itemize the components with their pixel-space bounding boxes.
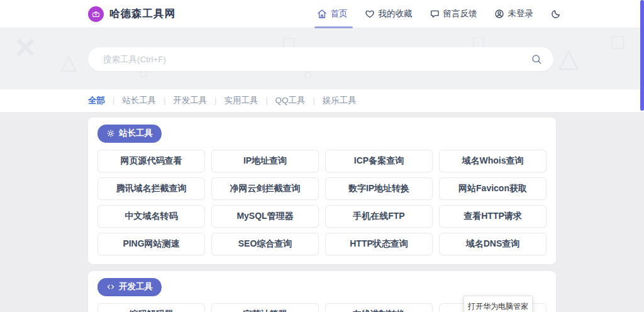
filter-item[interactable]: 娱乐工具 xyxy=(323,95,357,106)
tool-card[interactable]: 域名Whois查询 xyxy=(439,150,547,172)
home-icon xyxy=(317,9,327,19)
main-nav: 首页 我的收藏 留言反馈 未登录 xyxy=(317,0,562,28)
tool-card[interactable]: 查看HTTP请求 xyxy=(439,205,547,228)
logo[interactable]: 哈德森工具网 xyxy=(88,6,175,22)
decor-triangle-icon: △ xyxy=(558,45,579,71)
site-title: 哈德森工具网 xyxy=(109,7,175,21)
tool-card[interactable]: MySQL管理器 xyxy=(211,205,319,228)
tool-grid: 网页源代码查看IP地址查询ICP备案查询域名Whois查询腾讯域名拦截查询净网云… xyxy=(97,150,547,255)
category-filter-bar: 全部|站长工具|开发工具|实用工具|QQ工具|娱乐工具 xyxy=(0,89,644,112)
section-title: 站长工具 xyxy=(119,128,153,139)
nav-item-favorites[interactable]: 我的收藏 xyxy=(365,0,413,28)
nav-item-feedback[interactable]: 留言反馈 xyxy=(430,0,477,28)
tool-card[interactable]: HTTP状态查询 xyxy=(325,233,433,255)
filter-separator: | xyxy=(265,96,267,105)
filter-separator: | xyxy=(214,96,216,105)
tool-card[interactable]: 在线进制转换 xyxy=(325,303,433,312)
tool-card[interactable]: 网页源代码查看 xyxy=(97,150,205,172)
decor-x-icon: × xyxy=(15,30,36,65)
tool-card[interactable]: 网站Favicon获取 xyxy=(439,177,547,200)
decor-triangle-icon: △ xyxy=(60,51,77,72)
tool-card[interactable]: 手机在线FTP xyxy=(325,205,433,228)
decor-square-icon: □ xyxy=(611,31,625,52)
chat-icon xyxy=(430,9,440,19)
search-box xyxy=(88,47,553,71)
section-webmaster-tools: 站长工具 网页源代码查看IP地址查询ICP备案查询域名Whois查询腾讯域名拦截… xyxy=(88,118,556,264)
top-header: 哈德森工具网 首页 我的收藏 留言反馈 未登录 xyxy=(0,0,644,28)
nav-label: 留言反馈 xyxy=(443,8,477,20)
nav-item-login[interactable]: 未登录 xyxy=(494,0,534,28)
filter-item[interactable]: QQ工具 xyxy=(275,95,306,106)
tool-card[interactable]: 净网云剑拦截查询 xyxy=(211,177,319,200)
search-icon[interactable] xyxy=(531,53,542,65)
tool-card[interactable]: 数字IP地址转换 xyxy=(325,177,433,200)
section-badge: 开发工具 xyxy=(97,278,162,296)
filter-separator: | xyxy=(164,96,165,105)
nav-label: 我的收藏 xyxy=(379,8,413,20)
tool-card[interactable]: 腾讯域名拦截查询 xyxy=(97,177,205,200)
os-tooltip: 打开华为电脑管家 xyxy=(464,296,533,312)
dark-mode-toggle[interactable] xyxy=(550,9,561,20)
filter-item[interactable]: 全部 xyxy=(88,95,105,106)
nav-label: 首页 xyxy=(331,8,348,20)
code-icon xyxy=(106,282,115,291)
nav-item-home[interactable]: 首页 xyxy=(317,0,348,28)
tool-card[interactable]: 中文域名转码 xyxy=(97,205,205,228)
nav-label: 未登录 xyxy=(508,8,534,20)
filter-item[interactable]: 站长工具 xyxy=(122,95,156,106)
tool-card[interactable]: 字节计算器 xyxy=(211,303,319,312)
gear-icon xyxy=(106,129,115,138)
heart-icon xyxy=(365,9,375,19)
tool-card[interactable]: 编码解码器 xyxy=(97,303,205,312)
scrollbar-thumb[interactable] xyxy=(640,0,644,111)
search-input[interactable] xyxy=(88,47,531,71)
main-content: 站长工具 网页源代码查看IP地址查询ICP备案查询域名Whois查询腾讯域名拦截… xyxy=(0,112,644,312)
tool-card[interactable]: IP地址查询 xyxy=(211,150,319,172)
user-icon xyxy=(494,9,504,19)
section-badge: 站长工具 xyxy=(97,125,162,143)
tool-card[interactable]: PING网站测速 xyxy=(97,233,205,255)
filter-item[interactable]: 实用工具 xyxy=(224,95,258,106)
filter-items: 全部|站长工具|开发工具|实用工具|QQ工具|娱乐工具 xyxy=(88,95,357,106)
moon-icon xyxy=(550,9,561,20)
tool-card[interactable]: ICP备案查询 xyxy=(325,150,433,172)
tool-card[interactable]: SEO综合查询 xyxy=(211,233,319,255)
section-title: 开发工具 xyxy=(119,281,153,292)
tool-card[interactable]: 域名DNS查询 xyxy=(439,233,547,255)
filter-separator: | xyxy=(313,96,315,105)
toolbox-logo-icon xyxy=(88,6,104,22)
filter-separator: | xyxy=(113,96,114,105)
search-banner: × △ ○ □ ○ □ △ □ xyxy=(0,28,644,89)
filter-item[interactable]: 开发工具 xyxy=(173,95,207,106)
